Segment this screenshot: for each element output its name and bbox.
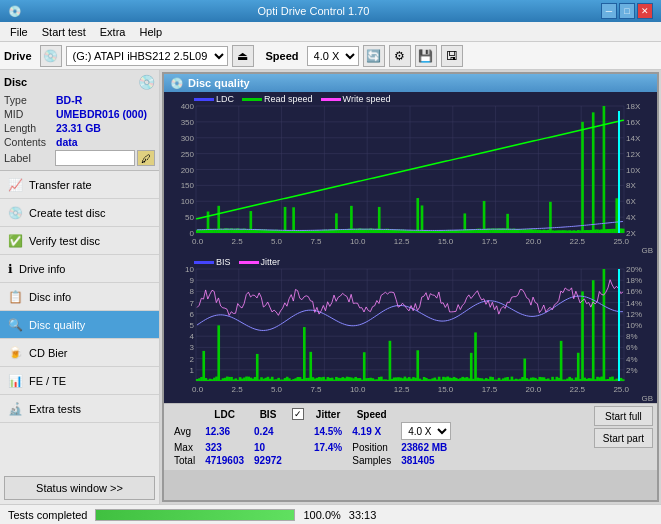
disc-length-label: Length bbox=[4, 122, 56, 134]
read-speed-legend-item: Read speed bbox=[242, 94, 313, 104]
disc-info-icon: 📋 bbox=[8, 290, 23, 304]
top-chart-x-unit: GB bbox=[164, 246, 657, 255]
refresh-button[interactable]: 🔄 bbox=[363, 45, 385, 67]
sidebar-item-label-fe-te: FE / TE bbox=[29, 375, 66, 387]
drive-select[interactable]: (G:) ATAPI iHBS212 2.5L09 bbox=[66, 46, 228, 66]
top-chart-canvas bbox=[164, 92, 654, 237]
sidebar-item-create-test-disc[interactable]: 💿 Create test disc bbox=[0, 199, 159, 227]
drive-icon-btn[interactable]: 💿 bbox=[40, 45, 62, 67]
app-icon: 💿 bbox=[8, 5, 22, 18]
sidebar-item-cd-bier[interactable]: 🍺 CD Bier bbox=[0, 339, 159, 367]
minimize-button[interactable]: ─ bbox=[601, 3, 617, 19]
bx-label-2: 5.0 bbox=[271, 385, 282, 394]
sidebar-item-label-cd-bier: CD Bier bbox=[29, 347, 68, 359]
total-ldc: 4719603 bbox=[201, 455, 248, 466]
create-test-disc-icon: 💿 bbox=[8, 206, 23, 220]
sidebar-item-label-disc-quality: Disc quality bbox=[29, 319, 85, 331]
disc-type-row: Type BD-R bbox=[4, 94, 155, 106]
avg-ldc: 12.36 bbox=[201, 422, 248, 440]
x-label-9: 22.5 bbox=[569, 237, 585, 246]
eject-button[interactable]: ⏏ bbox=[232, 45, 254, 67]
x-label-4: 10.0 bbox=[350, 237, 366, 246]
speed-stat-header: Speed bbox=[348, 408, 395, 420]
top-chart-x-labels: 0.0 2.5 5.0 7.5 10.0 12.5 15.0 17.5 20.0… bbox=[164, 237, 657, 246]
close-button[interactable]: ✕ bbox=[637, 3, 653, 19]
speed-result-select[interactable]: 4.0 X bbox=[401, 422, 451, 440]
jitter-legend-color bbox=[239, 261, 259, 264]
speed-select[interactable]: 4.0 X bbox=[307, 46, 359, 66]
elapsed-time: 33:13 bbox=[349, 509, 377, 521]
avg-speed: 4.19 X bbox=[348, 422, 395, 440]
disc-mid-label: MID bbox=[4, 108, 56, 120]
sidebar-item-verify-test-disc[interactable]: ✅ Verify test disc bbox=[0, 227, 159, 255]
status-window-button[interactable]: Status window >> bbox=[4, 476, 155, 500]
disc-label-button[interactable]: 🖊 bbox=[137, 150, 155, 166]
menu-file[interactable]: File bbox=[4, 24, 34, 40]
avg-bis: 0.24 bbox=[250, 422, 286, 440]
stats-table: LDC BIS ✓ Jitter Speed Avg 12.36 0.24 14… bbox=[168, 406, 457, 468]
bis-legend-item: BIS bbox=[194, 257, 231, 267]
titlebar: 💿 Opti Drive Control 1.70 ─ □ ✕ bbox=[0, 0, 661, 22]
x-label-10: 25.0 bbox=[613, 237, 629, 246]
ldc-legend-item: LDC bbox=[194, 94, 234, 104]
settings-button[interactable]: ⚙ bbox=[389, 45, 411, 67]
bx-label-1: 2.5 bbox=[231, 385, 242, 394]
sidebar-item-drive-info[interactable]: ℹ Drive info bbox=[0, 255, 159, 283]
max-jitter: 17.4% bbox=[310, 442, 346, 453]
bottom-chart-container: BIS Jitter bbox=[164, 255, 657, 385]
disc-action-button[interactable]: 💾 bbox=[415, 45, 437, 67]
menu-starttest[interactable]: Start test bbox=[36, 24, 92, 40]
disc-label-input[interactable] bbox=[55, 150, 135, 166]
disc-panel: Disc 💿 Type BD-R MID UMEBDR016 (000) Len… bbox=[0, 70, 159, 171]
sidebar-item-disc-quality[interactable]: 🔍 Disc quality bbox=[0, 311, 159, 339]
sidebar-item-transfer-rate[interactable]: 📈 Transfer rate bbox=[0, 171, 159, 199]
bx-label-0: 0.0 bbox=[192, 385, 203, 394]
bis-legend-color bbox=[194, 261, 214, 264]
sidebar-item-label-disc-info: Disc info bbox=[29, 291, 71, 303]
window-controls: ─ □ ✕ bbox=[601, 3, 653, 19]
menu-help[interactable]: Help bbox=[133, 24, 168, 40]
top-chart-container: LDC Read speed Write speed bbox=[164, 92, 657, 237]
progress-text: 100.0% bbox=[303, 509, 340, 521]
jitter-checkbox[interactable]: ✓ bbox=[292, 408, 304, 420]
write-speed-legend-item: Write speed bbox=[321, 94, 391, 104]
x-label-8: 20.0 bbox=[526, 237, 542, 246]
start-part-button[interactable]: Start part bbox=[594, 428, 653, 448]
disc-label-label: Label bbox=[4, 152, 55, 164]
disc-type-label: Type bbox=[4, 94, 56, 106]
dq-header-icon: 💿 bbox=[170, 77, 184, 90]
x-label-7: 17.5 bbox=[482, 237, 498, 246]
drive-info-icon: ℹ bbox=[8, 262, 13, 276]
extra-tests-icon: 🔬 bbox=[8, 402, 23, 416]
bx-label-5: 12.5 bbox=[394, 385, 410, 394]
jitter-legend-label: Jitter bbox=[261, 257, 281, 267]
bx-label-3: 7.5 bbox=[310, 385, 321, 394]
bottom-chart-x-labels: 0.0 2.5 5.0 7.5 10.0 12.5 15.0 17.5 20.0… bbox=[164, 385, 657, 394]
statusbar: Tests completed 100.0% 33:13 bbox=[0, 504, 661, 524]
write-speed-legend-label: Write speed bbox=[343, 94, 391, 104]
sidebar-item-fe-te[interactable]: 📊 FE / TE bbox=[0, 367, 159, 395]
progress-bar-container bbox=[95, 509, 295, 521]
total-bis: 92972 bbox=[250, 455, 286, 466]
save-button[interactable]: 🖫 bbox=[441, 45, 463, 67]
disc-quality-header: 💿 Disc quality bbox=[164, 74, 657, 92]
bx-label-4: 10.0 bbox=[350, 385, 366, 394]
ldc-legend-color bbox=[194, 98, 214, 101]
bx-label-9: 22.5 bbox=[569, 385, 585, 394]
x-label-5: 12.5 bbox=[394, 237, 410, 246]
ldc-header: LDC bbox=[201, 408, 248, 420]
position-label: Position bbox=[348, 442, 395, 453]
bis-legend-label: BIS bbox=[216, 257, 231, 267]
fe-te-icon: 📊 bbox=[8, 374, 23, 388]
stats-area: LDC BIS ✓ Jitter Speed Avg 12.36 0.24 14… bbox=[164, 403, 657, 470]
drive-label: Drive bbox=[4, 50, 32, 62]
menu-extra[interactable]: Extra bbox=[94, 24, 132, 40]
samples-value: 381405 bbox=[397, 455, 455, 466]
x-label-1: 2.5 bbox=[231, 237, 242, 246]
sidebar-item-extra-tests[interactable]: 🔬 Extra tests bbox=[0, 395, 159, 423]
maximize-button[interactable]: □ bbox=[619, 3, 635, 19]
disc-panel-icon: 💿 bbox=[138, 74, 155, 90]
samples-label: Samples bbox=[348, 455, 395, 466]
sidebar-item-disc-info[interactable]: 📋 Disc info bbox=[0, 283, 159, 311]
start-full-button[interactable]: Start full bbox=[594, 406, 653, 426]
